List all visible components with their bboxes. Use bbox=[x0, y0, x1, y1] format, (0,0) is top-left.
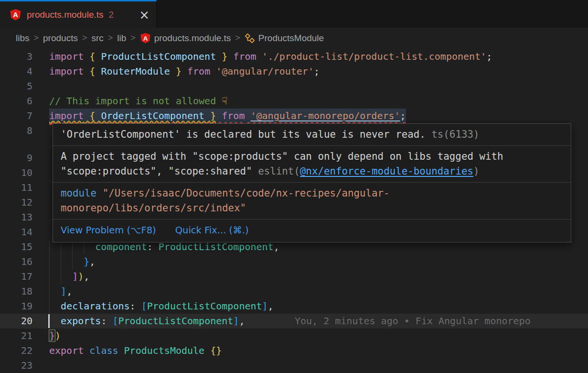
breadcrumb-label: lib bbox=[117, 33, 126, 44]
breadcrumb-label: libs bbox=[16, 33, 30, 44]
breadcrumb-label: products bbox=[43, 33, 78, 44]
view-problem-action[interactable]: View Problem (⌥F8) bbox=[61, 223, 156, 238]
line-number-17[interactable]: 17 bbox=[0, 269, 32, 284]
line-number-19[interactable]: 19 bbox=[0, 299, 32, 314]
code-token: ) bbox=[78, 271, 84, 282]
code-group: from '@angular-monorepo/orders'; bbox=[216, 110, 406, 121]
code-line-19[interactable]: declarations: [ProductListComponent], bbox=[0, 299, 588, 314]
hover-text: ) bbox=[473, 165, 480, 177]
hover-section-eslint-error: A project tagged with "scope:products" c… bbox=[53, 146, 571, 183]
code-token bbox=[216, 110, 222, 121]
code-line-text: exports: [ProductListComponent], bbox=[49, 314, 245, 329]
code-token: { bbox=[89, 51, 95, 62]
line-number-9[interactable]: 9 bbox=[0, 151, 32, 165]
code-line-text: import { ProductListComponent } from './… bbox=[49, 49, 492, 64]
code-token: , bbox=[239, 315, 245, 327]
code-line-text: // This import is not allowed ☟ bbox=[49, 94, 227, 109]
code-line-18[interactable]: ], bbox=[0, 284, 588, 299]
code-line-text: }) bbox=[49, 329, 61, 343]
code-token: ProductListComponent bbox=[95, 51, 222, 62]
rule-link[interactable]: @nx/enforce-module-boundaries bbox=[300, 165, 473, 177]
breadcrumb-item-productsmodule[interactable]: ProductsModule bbox=[245, 33, 324, 44]
line-number-3[interactable]: 3 bbox=[0, 49, 32, 64]
code-line-text: ]), bbox=[49, 269, 89, 284]
breadcrumb-item-products-module-ts[interactable]: Aproducts.module.ts bbox=[140, 33, 231, 44]
code-line-17[interactable]: ]), bbox=[0, 269, 588, 284]
close-icon[interactable]: × bbox=[139, 9, 150, 21]
line-number-14[interactable]: 14 bbox=[0, 225, 32, 240]
line-number-6[interactable]: 6 bbox=[0, 94, 32, 109]
code-token: } bbox=[84, 256, 89, 267]
code-line-text: import { OrderListComponent } from '@ang… bbox=[49, 109, 406, 123]
code-token bbox=[49, 256, 84, 267]
code-token bbox=[84, 66, 89, 77]
code-line-7[interactable]: import { OrderListComponent } from '@ang… bbox=[0, 109, 588, 123]
line-number-12[interactable]: 12 bbox=[0, 195, 32, 210]
code-token bbox=[49, 271, 72, 282]
tab-title: products.module.ts bbox=[27, 10, 104, 20]
code-line-16[interactable]: }, bbox=[0, 254, 588, 269]
code-line-5[interactable] bbox=[0, 79, 588, 94]
line-number-5[interactable]: 5 bbox=[0, 79, 32, 94]
line-number-15[interactable]: 15 bbox=[0, 240, 32, 254]
code-token: '@angular/router' bbox=[216, 66, 314, 77]
code-token: '@angular-monorepo/orders' bbox=[250, 110, 400, 121]
code-token: RouterModule bbox=[95, 66, 176, 77]
hover-section-ts-error: 'OrderListComponent' is declared but its… bbox=[53, 124, 571, 146]
line-number-21[interactable]: 21 bbox=[0, 329, 32, 343]
code-line-23[interactable] bbox=[0, 358, 588, 373]
git-blame-annotation: You, 2 minutes ago • Fix Angular monorep… bbox=[295, 314, 531, 329]
code-token: import bbox=[49, 110, 84, 121]
tab-products-module-ts[interactable]: A products.module.ts 2 × bbox=[0, 0, 157, 28]
line-number-22[interactable]: 22 bbox=[0, 343, 32, 358]
line-number-8[interactable]: 8 bbox=[0, 123, 32, 138]
code-token: [ bbox=[141, 300, 147, 312]
line-number-4[interactable]: 4 bbox=[0, 64, 32, 79]
code-line-3[interactable]: import { ProductListComponent } from './… bbox=[0, 49, 588, 64]
code-token: ProductsModule bbox=[124, 345, 205, 356]
breadcrumb-separator: > bbox=[104, 33, 118, 43]
code-token: ☟ bbox=[222, 95, 227, 107]
breadcrumb-item-products[interactable]: products bbox=[43, 33, 78, 44]
line-number-13[interactable]: 13 bbox=[0, 210, 32, 225]
breadcrumb-item-libs[interactable]: libs bbox=[16, 33, 30, 44]
code-token: } bbox=[49, 330, 55, 341]
breadcrumb-item-lib[interactable]: lib bbox=[117, 33, 126, 44]
breadcrumb-separator: > bbox=[231, 33, 245, 43]
breadcrumb-separator: > bbox=[78, 33, 92, 43]
breadcrumb-label: products.module.ts bbox=[154, 33, 231, 44]
line-number-11[interactable]: 11 bbox=[0, 180, 32, 195]
line-number-16[interactable]: 16 bbox=[0, 254, 32, 269]
code-token bbox=[84, 51, 89, 62]
code-token: } bbox=[222, 51, 227, 62]
hover-section-module-path: module "/Users/isaac/Documents/code/nx-r… bbox=[53, 183, 571, 219]
line-number-23[interactable]: 23 bbox=[0, 358, 32, 373]
breadcrumb-item-src[interactable]: src bbox=[91, 33, 103, 44]
code-token: export bbox=[49, 345, 84, 356]
code-line-20[interactable]: exports: [ProductListComponent],You, 2 m… bbox=[0, 314, 588, 329]
quick-fix-action[interactable]: Quick Fix... (⌘.) bbox=[175, 223, 249, 238]
line-number-18[interactable]: 18 bbox=[0, 284, 32, 299]
code-token bbox=[49, 241, 95, 252]
code-token: ] bbox=[262, 300, 268, 312]
code-token: component bbox=[95, 241, 147, 252]
code-token: exports bbox=[61, 315, 101, 327]
code-line-22[interactable]: export class ProductsModule {} bbox=[0, 343, 588, 358]
code-line-4[interactable]: import { RouterModule } from '@angular/r… bbox=[0, 64, 588, 79]
code-token: , bbox=[66, 285, 72, 297]
line-number-10[interactable]: 10 bbox=[0, 165, 32, 180]
code-token: ] bbox=[61, 285, 66, 297]
text-cursor bbox=[48, 314, 50, 328]
code-line-21[interactable]: }) bbox=[0, 329, 588, 343]
code-token: : bbox=[101, 315, 112, 327]
line-number-7[interactable]: 7 bbox=[0, 109, 32, 123]
code-line-6[interactable]: // This import is not allowed ☟ bbox=[0, 94, 588, 109]
code-token: , bbox=[268, 300, 274, 312]
code-token: OrderListComponent bbox=[95, 110, 210, 121]
line-number-20[interactable]: 20 bbox=[0, 314, 32, 329]
code-token: './product-list/product-list.component' bbox=[262, 51, 487, 62]
code-token bbox=[49, 300, 61, 312]
hover-text: "/Users/isaac/Documents/code/nx-recipes/… bbox=[61, 187, 390, 214]
code-token: ] bbox=[72, 271, 78, 282]
code-token: , bbox=[274, 241, 279, 252]
